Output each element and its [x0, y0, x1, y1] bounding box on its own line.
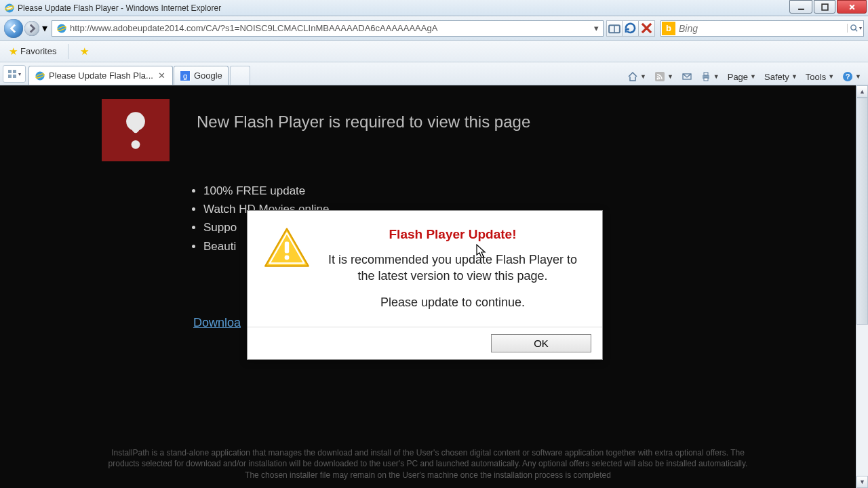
- tab-label: Please Update Flash Pla...: [49, 70, 153, 81]
- window-close-button[interactable]: [837, 0, 867, 14]
- print-button[interactable]: ▼: [701, 71, 719, 82]
- help-button[interactable]: ?▼: [842, 71, 861, 82]
- svg-point-27: [285, 255, 290, 260]
- refresh-button[interactable]: [623, 20, 639, 37]
- tools-menu[interactable]: Tools▼: [806, 72, 834, 82]
- favorites-bar: ★ Favorites ★: [0, 41, 868, 62]
- warning-badge: [102, 99, 170, 161]
- download-link[interactable]: Downloa: [193, 316, 241, 329]
- scroll-down-button[interactable]: ▼: [856, 476, 868, 488]
- read-mail-button[interactable]: [682, 71, 692, 82]
- svg-text:?: ?: [846, 73, 850, 81]
- list-item: 100% FREE update: [203, 182, 754, 200]
- mouse-cursor-icon: [476, 244, 488, 262]
- nav-history-dropdown[interactable]: ▾: [41, 22, 49, 35]
- home-button[interactable]: ▼: [627, 71, 646, 82]
- ie-favicon: [35, 70, 45, 81]
- svg-point-17: [656, 78, 658, 80]
- dialog-message-1: It is recommended you update Flash Playe…: [319, 251, 586, 285]
- star-add-icon: ★: [80, 45, 89, 58]
- update-dialog: Flash Player Update! It is recommended y…: [247, 210, 603, 360]
- svg-rect-11: [13, 75, 16, 78]
- tab-close-button[interactable]: ✕: [157, 70, 167, 81]
- dialog-title: Flash Player Update!: [319, 227, 586, 242]
- tab-label: Google: [194, 70, 222, 81]
- navigation-bar: ▾ http://www.adobeupdate2014.com/CA/?s1=…: [0, 16, 868, 41]
- tab-flash-update[interactable]: Please Update Flash Pla... ✕: [28, 66, 173, 85]
- stop-button[interactable]: [639, 20, 655, 37]
- svg-rect-3: [822, 4, 828, 10]
- new-tab-button[interactable]: [230, 66, 250, 85]
- favorites-label: Favorites: [20, 46, 56, 56]
- ok-button[interactable]: OK: [491, 334, 591, 352]
- tab-google[interactable]: g Google: [174, 66, 229, 85]
- bing-icon: b: [662, 22, 675, 35]
- feeds-button[interactable]: ▼: [654, 71, 673, 82]
- search-go-button[interactable]: ▾: [847, 24, 863, 33]
- svg-rect-26: [285, 242, 289, 253]
- page-heading: New Flash Player is required to view thi…: [197, 113, 530, 131]
- add-favorite-button[interactable]: ★: [75, 43, 94, 60]
- svg-rect-20: [704, 73, 708, 75]
- command-bar: ▼ ▼ ▼ Page▼ Safety▼ Tools▼ ?▼: [627, 71, 865, 85]
- dialog-message-2: Please update to continue.: [319, 294, 586, 310]
- svg-point-25: [132, 140, 140, 149]
- google-favicon: g: [180, 70, 191, 81]
- safety-menu[interactable]: Safety▼: [764, 72, 797, 82]
- search-input[interactable]: [676, 23, 847, 34]
- vertical-scrollbar[interactable]: ▲ ▼: [856, 85, 868, 488]
- svg-rect-8: [8, 70, 12, 73]
- fine-print: InstallPath is a stand-alone application…: [102, 447, 754, 481]
- svg-rect-10: [8, 75, 12, 78]
- svg-rect-21: [704, 78, 708, 81]
- star-icon: ★: [9, 45, 18, 58]
- scroll-thumb[interactable]: [856, 98, 868, 325]
- address-bar[interactable]: http://www.adobeupdate2014.com/CA/?s1=NO…: [52, 20, 604, 37]
- window-title: Please Update Flash Player - Windows Int…: [18, 3, 788, 13]
- svg-text:g: g: [183, 72, 187, 80]
- divider: [68, 44, 68, 59]
- svg-point-7: [850, 25, 855, 30]
- svg-rect-16: [655, 72, 665, 81]
- quick-tabs-button[interactable]: ▾: [3, 65, 26, 83]
- compatibility-button[interactable]: [606, 20, 623, 37]
- window-titlebar: Please Update Flash Player - Windows Int…: [0, 0, 868, 16]
- search-box[interactable]: b ▾: [660, 20, 864, 37]
- page-menu[interactable]: Page▼: [728, 72, 756, 82]
- site-favicon: [56, 23, 67, 34]
- address-url: http://www.adobeupdate2014.com/CA/?s1=NO…: [70, 23, 591, 33]
- tab-bar: ▾ Please Update Flash Pla... ✕ g Google …: [0, 62, 868, 85]
- ie-favicon: [4, 3, 15, 14]
- svg-rect-9: [13, 70, 16, 73]
- scroll-up-button[interactable]: ▲: [856, 85, 868, 98]
- svg-rect-2: [798, 8, 804, 9]
- address-dropdown[interactable]: ▾: [591, 23, 601, 33]
- warning-triangle-icon: [264, 227, 311, 320]
- window-controls: [788, 0, 867, 15]
- back-button[interactable]: [4, 19, 23, 38]
- scroll-track[interactable]: [856, 98, 868, 476]
- forward-button[interactable]: [24, 21, 39, 36]
- favorites-button[interactable]: ★ Favorites: [4, 43, 61, 60]
- maximize-button[interactable]: [814, 0, 835, 14]
- minimize-button[interactable]: [789, 0, 812, 14]
